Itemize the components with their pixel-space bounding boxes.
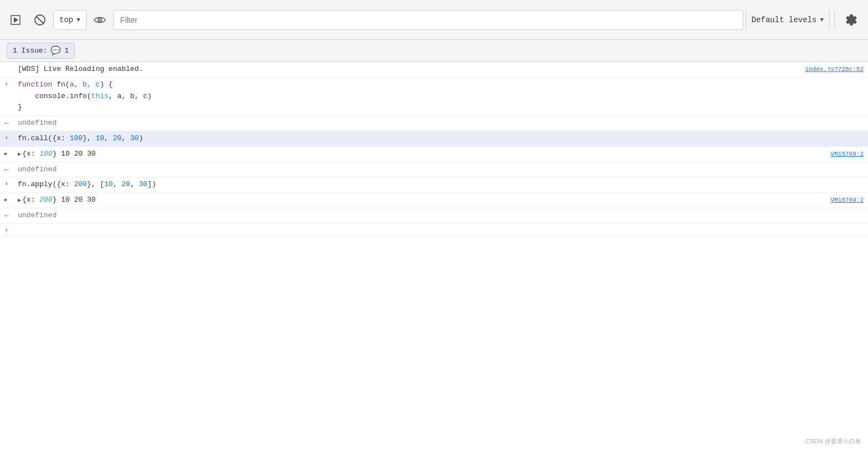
row-content: fn.apply({x: 200}, [10, 20, 30]) [18, 179, 864, 191]
watermark: CSDN @姜香小白鱼 [806, 437, 861, 446]
console-row[interactable]: ›function fn(a, b, c) { console.info(thi… [0, 78, 868, 116]
console-row[interactable]: ▶▶{x: 100} 10 20 30VM15769:2 [0, 147, 868, 162]
context-selector[interactable]: top ▼ [53, 10, 86, 30]
row-arrow[interactable]: ← [4, 117, 18, 127]
svg-line-3 [36, 16, 44, 24]
issues-badge[interactable]: 1 Issue: 💬 1 [7, 43, 75, 59]
row-arrow[interactable]: › [4, 133, 18, 142]
console-row[interactable]: ›fn.apply({x: 200}, [10, 20, 30]) [0, 177, 868, 193]
block-button[interactable] [29, 9, 51, 31]
row-content: ▶{x: 100} 10 20 30 [18, 149, 826, 160]
console-row[interactable]: [WDS] Live Reloading enabled.index.js?72… [0, 62, 868, 78]
levels-selector[interactable]: Default levels ▼ [746, 10, 830, 30]
row-content: function fn(a, b, c) { console.info(this… [18, 79, 864, 114]
console-row[interactable]: ←undefined [0, 162, 868, 178]
row-content: undefined [18, 164, 864, 176]
console-toolbar: top ▼ Default levels ▼ [0, 0, 868, 40]
console-content: [WDS] Live Reloading enabled.index.js?72… [0, 62, 868, 450]
filter-input[interactable] [113, 10, 743, 30]
console-row[interactable]: › [0, 224, 868, 237]
toolbar-divider [834, 11, 835, 29]
svg-point-5 [99, 19, 100, 21]
row-arrow[interactable]: ▶ [4, 149, 18, 157]
context-arrow: ▼ [76, 17, 80, 23]
console-row[interactable]: ←undefined [0, 116, 868, 131]
row-content: fn.call({x: 100}, 10, 20, 30) [18, 133, 864, 145]
row-arrow[interactable]: › [4, 79, 18, 88]
row-source[interactable]: index.js?725c:52 [805, 64, 864, 73]
execute-button[interactable] [4, 9, 27, 31]
issues-bar: 1 Issue: 💬 1 [0, 40, 868, 62]
row-content: undefined [18, 117, 864, 129]
row-arrow[interactable]: ← [4, 210, 18, 220]
row-source[interactable]: VM15769:2 [831, 195, 864, 203]
console-row[interactable]: ←undefined [0, 208, 868, 224]
context-label: top [59, 16, 73, 24]
console-row[interactable]: ›fn.call({x: 100}, 10, 20, 30) [0, 131, 868, 147]
svg-marker-1 [14, 17, 18, 23]
row-source[interactable]: VM15769:2 [831, 149, 864, 157]
console-row[interactable]: ▶▶{x: 200} 10 20 30VM15769:2 [0, 193, 868, 208]
row-content: ▶{x: 200} 10 20 30 [18, 195, 826, 206]
row-arrow[interactable]: › [4, 226, 18, 234]
row-arrow[interactable] [4, 64, 18, 65]
issues-prefix: 1 Issue: [13, 47, 47, 55]
issues-icon: 💬 [50, 45, 61, 56]
levels-label: Default levels [752, 16, 817, 24]
issues-count: 1 [64, 47, 69, 55]
row-arrow[interactable]: › [4, 179, 18, 188]
eye-icon [94, 16, 106, 24]
block-icon [34, 14, 46, 26]
execute-icon [10, 14, 21, 25]
eye-button[interactable] [89, 9, 111, 31]
row-arrow[interactable]: ← [4, 164, 18, 174]
settings-button[interactable] [839, 8, 864, 32]
row-content: [WDS] Live Reloading enabled. [18, 64, 800, 75]
levels-arrow: ▼ [820, 17, 824, 23]
settings-icon [845, 13, 858, 27]
row-arrow[interactable]: ▶ [4, 195, 18, 203]
row-content: undefined [18, 210, 864, 222]
